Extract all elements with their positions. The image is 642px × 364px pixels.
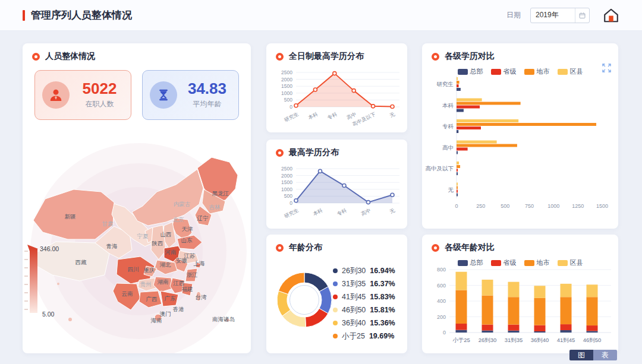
legend-dot-icon	[333, 295, 338, 299]
edu-compare-chart[interactable]: 研究生本科专科高中高中及以下无0250500750100012501500	[422, 76, 618, 214]
person-icon	[42, 81, 70, 109]
home-button[interactable]	[603, 8, 619, 23]
province-label: 海南	[151, 317, 162, 324]
province-label: 广东	[165, 295, 177, 302]
calendar-icon[interactable]	[575, 8, 589, 23]
legend-label: 总部	[470, 258, 483, 267]
svg-text:研究生: 研究生	[437, 81, 454, 87]
edu-compare-legend: 总部省级地市区县	[422, 67, 618, 76]
china-map[interactable]: 新疆西藏青海甘肃内蒙古宁夏陕西山西北京天津山东河南江苏安徽上海浙江湖北四川重庆贵…	[23, 132, 251, 353]
svg-text:研究生: 研究生	[284, 111, 300, 123]
svg-text:500: 500	[284, 193, 292, 199]
expand-icon[interactable]	[602, 64, 611, 74]
series-legend-item[interactable]: 地市	[524, 67, 550, 76]
svg-text:0: 0	[455, 203, 458, 209]
legend-dot-icon	[333, 268, 338, 273]
province-label: 天津	[182, 226, 194, 232]
svg-text:0: 0	[289, 104, 292, 110]
svg-text:专科: 专科	[326, 111, 338, 121]
svg-text:1250: 1250	[572, 203, 584, 209]
province-label: 贵州	[140, 281, 152, 287]
series-legend-item[interactable]: 总部	[458, 67, 483, 76]
panel-fulltime-edu: 全日制最高学历分布 05001000150020002500研究生本科专科高中高…	[266, 43, 407, 132]
panel-bullet-icon	[432, 244, 439, 252]
series-legend-item[interactable]: 区县	[558, 258, 583, 267]
legend-dot-icon	[333, 281, 338, 286]
legend-percent: 16.37%	[370, 280, 395, 288]
province-label: 香港	[173, 306, 185, 312]
calendar-icon	[579, 11, 586, 20]
series-legend-item[interactable]: 区县	[558, 67, 583, 76]
province-label: 陕西	[152, 240, 163, 246]
series-legend-item[interactable]: 省级	[491, 258, 517, 267]
stat-label-headcount: 在职人数	[86, 99, 114, 109]
province-label: 云南	[122, 290, 133, 297]
svg-text:1000: 1000	[547, 203, 559, 209]
legend-swatch-icon	[458, 69, 468, 75]
svg-text:1500: 1500	[281, 179, 292, 185]
age-legend-item[interactable]: 41到4515.83%	[333, 290, 395, 303]
age-legend-item[interactable]: 31到3516.37%	[333, 277, 395, 290]
map-scale-min: 5.00	[42, 311, 55, 318]
svg-text:高中: 高中	[360, 207, 372, 217]
province-label: 重庆	[144, 267, 156, 273]
province-label: 澳门	[160, 311, 171, 317]
province-label: 湖北	[160, 261, 172, 268]
legend-label: 地市	[537, 67, 550, 76]
svg-text:46到50: 46到50	[583, 337, 602, 343]
province-label: 山东	[181, 237, 193, 243]
age-legend-item[interactable]: 26到3016.94%	[333, 264, 395, 277]
age-legend-item[interactable]: 46到5015.81%	[333, 303, 395, 316]
date-label: 日期	[506, 10, 521, 20]
map-scale-max: 346.00	[40, 245, 59, 252]
top-bar: 管理序列人员整体情况 日期 2019年	[0, 0, 642, 31]
title-accent-bar	[23, 10, 25, 21]
age-donut-chart[interactable]	[268, 263, 341, 339]
province-label: 宁夏	[137, 233, 149, 239]
svg-text:0: 0	[443, 330, 446, 335]
panel-bullet-icon	[276, 149, 284, 157]
age-legend-item[interactable]: 小于2519.69%	[333, 330, 395, 343]
legend-percent: 19.69%	[369, 332, 394, 340]
age-legend-item[interactable]: 36到4015.36%	[333, 316, 395, 330]
legend-label: 小于25	[342, 331, 365, 341]
svg-text:小于25: 小于25	[452, 337, 470, 343]
age-compare-chart[interactable]: 0200400600800小于2526到3031到3536到4041到4546到…	[422, 267, 618, 353]
date-field[interactable]: 2019年	[530, 8, 590, 23]
highest-edu-chart[interactable]: 05001000150020002500研究生本科专科高中无	[266, 158, 407, 224]
legend-swatch-icon	[524, 260, 534, 266]
toggle-table-button[interactable]: 表	[593, 350, 617, 360]
series-legend-item[interactable]: 总部	[458, 258, 483, 267]
age-dist-title: 年龄分布	[289, 242, 322, 253]
svg-text:无: 无	[448, 186, 454, 193]
province-label: 辽宁	[197, 215, 209, 221]
svg-text:2000: 2000	[281, 173, 292, 179]
svg-text:600: 600	[437, 283, 446, 289]
legend-swatch-icon	[491, 69, 501, 75]
svg-text:专科: 专科	[336, 207, 348, 217]
series-legend-item[interactable]: 地市	[524, 258, 550, 267]
svg-text:36到40: 36到40	[531, 337, 549, 343]
province-label: 广西	[146, 296, 158, 302]
province-label: 西藏	[75, 259, 87, 265]
province-label: 黑龙江	[212, 190, 229, 197]
fulltime-edu-chart[interactable]: 05001000150020002500研究生本科专科高中高中及以下无	[266, 62, 407, 128]
legend-label: 41到45	[342, 292, 366, 302]
age-compare-title: 各级年龄对比	[445, 242, 495, 253]
stat-card-avg-age: 34.83 平均年龄	[142, 70, 239, 120]
panel-age-compare: 各级年龄对比 总部省级地市区县 0200400600800小于2526到3031…	[422, 235, 618, 353]
age-donut-legend: 26到3016.94%31到3516.37%41到4515.83%46到5015…	[333, 264, 395, 343]
panel-bullet-icon	[432, 53, 439, 61]
toggle-chart-button[interactable]: 图	[569, 350, 593, 360]
series-legend-item[interactable]: 省级	[491, 67, 517, 76]
province-label: 南海诸岛	[212, 316, 235, 322]
province-label: 甘肃	[102, 220, 114, 227]
date-value: 2019年	[531, 10, 575, 20]
svg-text:2500: 2500	[281, 166, 292, 172]
panel-overview: 人员整体情况 5022 在职人数 34.83 平均年龄	[23, 43, 251, 353]
svg-text:250: 250	[476, 203, 485, 209]
province-label: 上海	[194, 260, 206, 267]
svg-text:1500: 1500	[596, 203, 608, 209]
legend-percent: 16.94%	[370, 267, 395, 275]
legend-label: 省级	[503, 258, 517, 267]
